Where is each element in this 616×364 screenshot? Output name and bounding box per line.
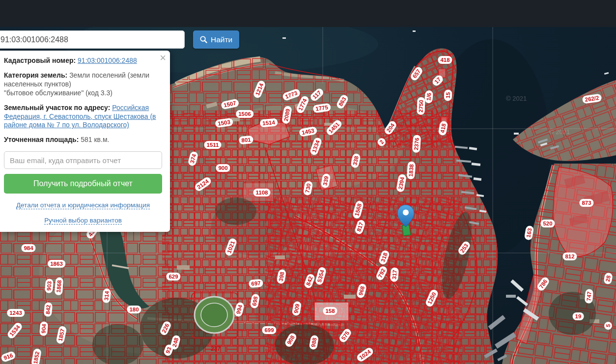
email-input[interactable] xyxy=(4,151,162,169)
manual-selection-link[interactable]: Ручной выбор вариантов xyxy=(44,217,122,224)
land-category-row: Категория земель: Земли поселений (земли… xyxy=(4,71,162,98)
top-header-bar xyxy=(0,0,616,27)
get-report-button[interactable]: Получить подробный отчет xyxy=(4,174,162,194)
area-value: 581 кв.м. xyxy=(81,136,109,143)
parcel-info-popup: × Кадастровый номер: 91:03:001006:2488 К… xyxy=(0,51,170,232)
land-category-label: Категория земель: xyxy=(4,71,67,79)
map-marker-icon[interactable] xyxy=(397,204,415,227)
cadastral-number-row: Кадастровый номер: 91:03:001006:2488 xyxy=(4,56,162,65)
land-use-code: "бытовое обслуживание" (код 3.3) xyxy=(4,89,112,97)
address-label: Земельный участок по адресу: xyxy=(4,104,110,112)
area-label: Уточненная площадь: xyxy=(4,136,79,143)
imagery-watermark: © 2021 xyxy=(506,95,527,102)
search-bar: Найти xyxy=(0,30,239,49)
imagery-watermark: © 2021 xyxy=(549,128,570,136)
search-button[interactable]: Найти xyxy=(193,30,239,49)
cadastral-search-input[interactable] xyxy=(0,30,185,49)
search-button-label: Найти xyxy=(211,35,232,44)
search-icon xyxy=(200,36,207,43)
cadastral-number-label: Кадастровый номер: xyxy=(4,56,76,64)
cadastral-map-app: © 2021 © 2021 418657171/6152750418262/22… xyxy=(0,0,616,364)
report-details-link[interactable]: Детали отчета и юридическая информация xyxy=(16,201,150,209)
cadastral-number-link[interactable]: 91:03:001006:2488 xyxy=(78,56,137,64)
close-icon[interactable]: × xyxy=(160,53,166,63)
area-row: Уточненная площадь: 581 кв.м. xyxy=(4,136,162,144)
address-row: Земельный участок по адресу: Российская … xyxy=(4,104,162,130)
